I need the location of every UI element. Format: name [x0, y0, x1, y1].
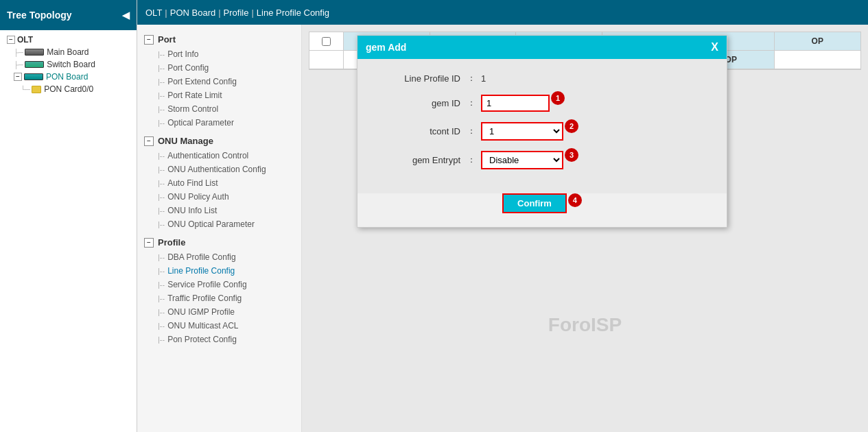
modal-body: Line Profile ID ： 1 gem ID ： 1	[357, 59, 727, 193]
onu-section-label: ONU Manage	[158, 136, 213, 146]
pon-card-label: PON Card0/0	[44, 84, 93, 94]
nav-connector: |--	[158, 322, 165, 330]
gem-id-badge: 1	[551, 91, 565, 105]
breadcrumb-line-profile[interactable]: Line Profile Config	[257, 8, 329, 18]
breadcrumb-sep-2: |	[218, 8, 220, 18]
nav-item-onu-auth-config[interactable]: |-- ONU Authentication Config	[144, 163, 301, 176]
nav-connector: |--	[158, 308, 165, 316]
confirm-button[interactable]: Confirm	[502, 193, 567, 213]
breadcrumb-olt[interactable]: OLT	[145, 8, 162, 18]
gem-encrypt-badge: 3	[565, 148, 578, 162]
nav-connector: |--	[158, 294, 165, 302]
nav-connector: |--	[158, 152, 165, 160]
switch-board-icon	[25, 61, 44, 68]
breadcrumb-sep-1: |	[165, 8, 167, 18]
nav-item-pon-protect-config[interactable]: |-- Pon Protect Config	[144, 333, 301, 346]
gem-id-label: gem ID	[378, 98, 460, 108]
tree-expand-pon[interactable]: −	[14, 73, 22, 81]
breadcrumb: OLT | PON Board | Profile | Line Profile…	[137, 0, 868, 25]
nav-item-onu-multicast-acl[interactable]: |-- ONU Multicast ACL	[144, 319, 301, 333]
line-profile-id-value: 1	[481, 73, 486, 84]
profile-expand-icon[interactable]: −	[144, 238, 154, 248]
nav-item-optical-parameter[interactable]: |-- Optical Parameter	[144, 116, 301, 130]
modal-footer: Confirm 4	[357, 193, 727, 227]
nav-item-onu-igmp-profile[interactable]: |-- ONU IGMP Profile	[144, 305, 301, 319]
profile-nav-items: |-- DBA Profile Config |-- Line Profile …	[137, 250, 301, 346]
nav-connector: |--	[158, 220, 165, 228]
breadcrumb-profile[interactable]: Profile	[224, 8, 249, 18]
sidebar-item-switch-board[interactable]: ├─ Switch Board	[0, 58, 137, 71]
sidebar: Tree Topology ◀ − OLT ├─ Main Board ├─ S…	[0, 0, 137, 432]
modal-close-button[interactable]: X	[711, 41, 718, 53]
nav-connector: |--	[158, 64, 165, 72]
nav-connector: |--	[158, 91, 165, 99]
onu-expand-icon[interactable]: −	[144, 136, 154, 146]
gem-add-modal: gem Add X Line Profile ID ： 1	[357, 35, 727, 228]
nav-section-port-header[interactable]: − Port	[137, 32, 301, 47]
nav-item-line-profile-config[interactable]: |-- Line Profile Config	[144, 264, 301, 278]
sidebar-item-pon-board[interactable]: − PON Board	[0, 71, 137, 83]
nav-section-onu-header[interactable]: − ONU Manage	[137, 133, 301, 149]
main-board-icon	[25, 49, 44, 56]
gem-id-input[interactable]	[481, 95, 550, 112]
pon-board-icon	[24, 73, 43, 80]
main-content: OLT | PON Board | Profile | Line Profile…	[137, 0, 868, 432]
confirm-badge: 4	[568, 193, 582, 207]
tcont-id-select[interactable]: 1 2 3 4	[481, 122, 563, 141]
nav-connector: |--	[158, 165, 165, 173]
tree-connector: ├─	[14, 49, 23, 56]
foroISP-watermark: ForoISP	[548, 314, 622, 336]
nav-item-auto-find-list[interactable]: |-- Auto Find List	[144, 176, 301, 190]
tcont-id-badge: 2	[565, 119, 578, 133]
tree-expand-olt[interactable]: −	[7, 36, 15, 44]
nav-connector: |--	[158, 50, 165, 58]
breadcrumb-pon-board[interactable]: PON Board	[170, 8, 215, 18]
modal-title-bar: gem Add X	[357, 36, 727, 59]
nav-section-port: − Port |-- Port Info |-- Port Config	[137, 32, 301, 130]
nav-connector: |--	[158, 206, 165, 215]
nav-section-profile-header[interactable]: − Profile	[137, 235, 301, 250]
nav-item-onu-optical-parameter[interactable]: |-- ONU Optical Parameter	[144, 217, 301, 231]
nav-item-port-rate-limit[interactable]: |-- Port Rate Limit	[144, 88, 301, 102]
sidebar-header: Tree Topology ◀	[0, 0, 137, 30]
switch-board-label: Switch Board	[47, 60, 95, 69]
sidebar-collapse-button[interactable]: ◀	[122, 10, 130, 21]
nav-item-service-profile-config[interactable]: |-- Service Profile Config	[144, 278, 301, 291]
nav-section-onu-manage: − ONU Manage |-- Authentication Control …	[137, 133, 301, 231]
gem-encrypt-select[interactable]: Disable Enable	[481, 151, 563, 169]
sidebar-item-main-board[interactable]: ├─ Main Board	[0, 46, 137, 58]
port-section-label: Port	[158, 34, 176, 45]
sidebar-tree: − OLT ├─ Main Board ├─ Switch Board − PO…	[0, 30, 137, 432]
main-board-label: Main Board	[47, 47, 89, 57]
nav-connector: |--	[158, 179, 165, 187]
tcont-id-colon: ：	[467, 125, 476, 137]
modal-title-text: gem Add	[366, 42, 406, 53]
nav-item-onu-policy-auth[interactable]: |-- ONU Policy Auth	[144, 190, 301, 204]
modal-gem-id-row: gem ID ： 1	[378, 95, 706, 112]
nav-item-dba-profile-config[interactable]: |-- DBA Profile Config	[144, 250, 301, 264]
pon-card-folder-icon	[32, 86, 41, 93]
sidebar-item-olt[interactable]: − OLT	[0, 34, 137, 46]
content-area: − Port |-- Port Info |-- Port Config	[137, 25, 868, 432]
nav-item-onu-info-list[interactable]: |-- ONU Info List	[144, 204, 301, 217]
nav-item-auth-control[interactable]: |-- Authentication Control	[144, 149, 301, 163]
nav-connector: |--	[158, 193, 165, 201]
tree-connector-3: └─	[21, 86, 30, 93]
olt-label: OLT	[17, 35, 33, 45]
tcont-id-label: tcont ID	[378, 126, 460, 136]
nav-section-profile: − Profile |-- DBA Profile Config |-- Lin…	[137, 235, 301, 346]
gem-encrypt-label: gem Entrypt	[378, 155, 460, 165]
gem-id-colon: ：	[467, 97, 476, 109]
profile-section-label: Profile	[158, 237, 185, 248]
breadcrumb-sep-3: |	[251, 8, 253, 18]
port-expand-icon[interactable]: −	[144, 35, 154, 45]
nav-item-storm-control[interactable]: |-- Storm Control	[144, 102, 301, 116]
nav-item-port-extend-config[interactable]: |-- Port Extend Config	[144, 75, 301, 88]
nav-item-port-config[interactable]: |-- Port Config	[144, 61, 301, 75]
nav-item-traffic-profile-config[interactable]: |-- Traffic Profile Config	[144, 291, 301, 305]
left-nav: − Port |-- Port Info |-- Port Config	[137, 25, 302, 432]
sidebar-item-pon-card[interactable]: └─ PON Card0/0	[0, 83, 137, 95]
nav-connector: |--	[158, 105, 165, 113]
nav-item-port-info[interactable]: |-- Port Info	[144, 47, 301, 61]
onu-nav-items: |-- Authentication Control |-- ONU Authe…	[137, 149, 301, 231]
